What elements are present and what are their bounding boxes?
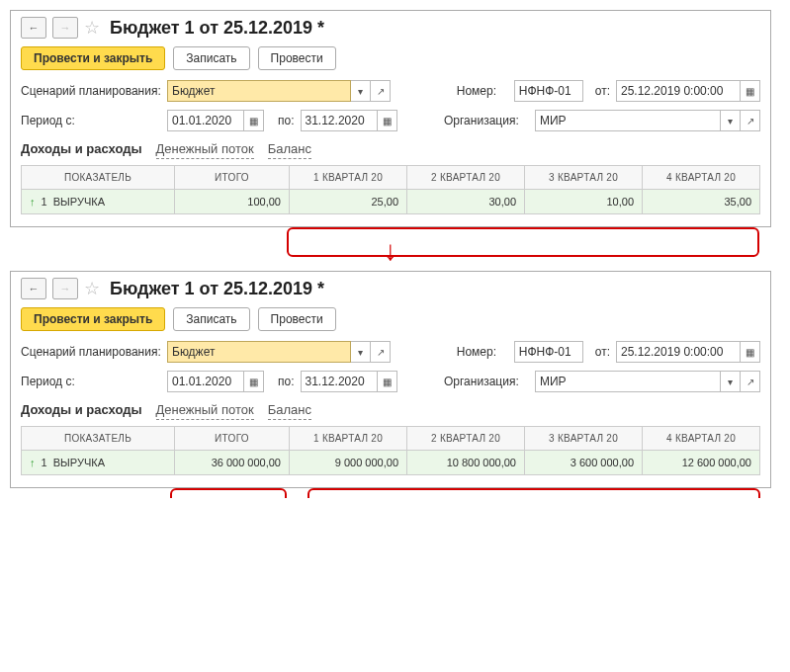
th-total: Итого [175,166,290,190]
window-title: Бюджет 1 от 25.12.2019 * [110,279,324,299]
cell-q4[interactable]: 35,00 [643,190,760,214]
period-to-input[interactable]: 31.12.2020 [301,110,378,131]
period-from-input[interactable]: 01.01.2020 [167,371,244,392]
nav-back-button[interactable]: ← [21,278,46,299]
period-from-label: Период с: [21,114,161,127]
favorite-star-icon[interactable]: ☆ [84,17,100,39]
period-to-calendar-icon[interactable]: ▦ [378,110,397,131]
highlight-arrow-right-icon: → [290,494,306,498]
date-calendar-icon[interactable]: ▦ [741,80,760,102]
tab-income-expense[interactable]: Доходы и расходы [21,402,142,420]
post-and-close-button[interactable]: Провести и закрыть [21,307,165,331]
th-q3: 3 квартал 20 [525,166,643,190]
row-id: 1 [42,196,47,208]
cell-q3[interactable]: 3 600 000,00 [525,451,643,475]
org-input[interactable]: МИР [535,110,721,131]
post-button[interactable]: Провести [258,46,336,70]
th-indicator: Показатель [22,166,175,190]
favorite-star-icon[interactable]: ☆ [84,278,100,299]
scenario-open-icon[interactable]: ↗ [371,80,391,102]
row-indicator: ВЫРУЧКА [53,196,105,208]
save-button[interactable]: Записать [173,307,249,331]
nav-fwd-button: → [52,278,78,299]
tab-cashflow[interactable]: Денежный поток [156,402,254,420]
cell-q3[interactable]: 10,00 [525,190,643,214]
budget-panel-after: → ← → ☆ Бюджет 1 от 25.12.2019 * Провест… [10,271,771,488]
budget-table: Показатель Итого 1 квартал 20 2 квартал … [21,426,760,475]
th-q3: 3 квартал 20 [525,427,643,451]
period-to-calendar-icon[interactable]: ▦ [378,371,397,392]
transition-arrow-down-icon: ↓ [384,235,397,266]
cell-q2[interactable]: 10 800 000,00 [407,451,525,475]
tab-balance[interactable]: Баланс [268,141,311,159]
table-row: ↑1 ВЫРУЧКА 100,00 25,00 30,00 10,00 35,0… [22,190,760,214]
row-id: 1 [42,457,47,468]
post-button[interactable]: Провести [258,307,336,331]
cell-q2[interactable]: 30,00 [407,190,525,214]
row-indicator: ВЫРУЧКА [53,457,105,468]
th-indicator: Показатель [22,427,175,451]
th-q4: 4 квартал 20 [643,166,760,190]
window-title: Бюджет 1 от 25.12.2019 * [110,18,324,39]
date-input[interactable]: 25.12.2019 0:00:00 [616,341,741,363]
th-q2: 2 квартал 20 [407,427,525,451]
org-open-icon[interactable]: ↗ [741,371,760,392]
period-to-label: по: [278,114,295,127]
th-q2: 2 квартал 20 [407,166,525,190]
org-dropdown-icon[interactable]: ▾ [721,371,741,392]
period-to-label: по: [278,375,295,388]
nav-back-button[interactable]: ← [21,17,46,39]
period-from-label: Период с: [21,375,161,388]
th-q1: 1 квартал 20 [290,427,407,451]
org-label: Организация: [444,114,529,127]
cell-total[interactable]: 36 000 000,00 [175,451,290,475]
budget-panel-before: ← → ☆ Бюджет 1 от 25.12.2019 * Провести … [10,10,771,227]
th-q4: 4 квартал 20 [643,427,760,451]
cell-q4[interactable]: 12 600 000,00 [643,451,760,475]
org-label: Организация: [444,375,529,388]
tab-balance[interactable]: Баланс [268,402,311,420]
scenario-label: Сценарий планирования: [21,345,161,359]
scenario-open-icon[interactable]: ↗ [371,341,391,363]
org-dropdown-icon[interactable]: ▾ [721,110,741,131]
arrow-up-icon: ↑ [30,196,36,208]
period-from-input[interactable]: 01.01.2020 [167,110,244,131]
period-to-input[interactable]: 31.12.2020 [301,371,378,392]
tab-income-expense[interactable]: Доходы и расходы [21,141,142,159]
arrow-up-icon: ↑ [30,457,36,468]
highlight-quarters-after [307,488,760,498]
save-button[interactable]: Записать [173,46,249,70]
scenario-dropdown-icon[interactable]: ▾ [351,341,371,363]
cell-q1[interactable]: 25,00 [290,190,407,214]
highlight-total-after [170,488,287,498]
from-label: от: [595,84,610,98]
nav-fwd-button: → [52,17,78,39]
cell-total[interactable]: 100,00 [175,190,290,214]
date-calendar-icon[interactable]: ▦ [741,341,760,363]
budget-table: Показатель Итого 1 квартал 20 2 квартал … [21,165,760,214]
scenario-input[interactable]: Бюджет [167,80,351,102]
scenario-dropdown-icon[interactable]: ▾ [351,80,371,102]
from-label: от: [595,345,610,359]
cell-q1[interactable]: 9 000 000,00 [290,451,407,475]
number-input[interactable]: НФНФ-01 [514,341,583,363]
date-input[interactable]: 25.12.2019 0:00:00 [616,80,741,102]
scenario-input[interactable]: Бюджет [167,341,351,363]
scenario-label: Сценарий планирования: [21,84,161,98]
post-and-close-button[interactable]: Провести и закрыть [21,46,165,70]
number-label: Номер: [457,84,508,98]
period-from-calendar-icon[interactable]: ▦ [244,371,264,392]
org-open-icon[interactable]: ↗ [741,110,760,131]
tab-cashflow[interactable]: Денежный поток [156,141,254,159]
th-total: Итого [175,427,290,451]
table-row: ↑1 ВЫРУЧКА 36 000 000,00 9 000 000,00 10… [22,451,760,475]
number-input[interactable]: НФНФ-01 [514,80,583,102]
period-from-calendar-icon[interactable]: ▦ [244,110,264,131]
org-input[interactable]: МИР [535,371,721,392]
number-label: Номер: [457,345,508,359]
th-q1: 1 квартал 20 [290,166,407,190]
